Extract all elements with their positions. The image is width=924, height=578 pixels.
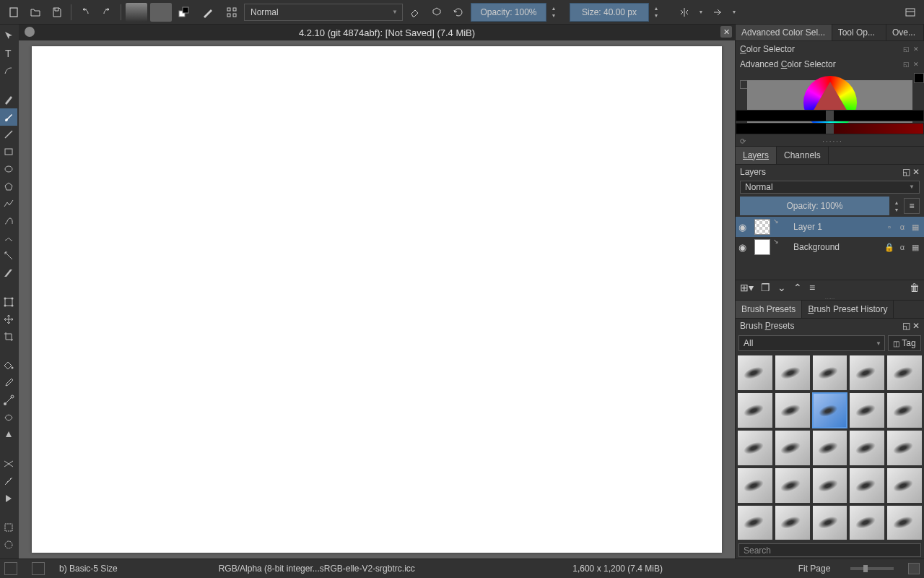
visibility-icon[interactable]: ◉ [738,242,751,253]
brush-preset-item[interactable] [886,355,923,391]
smart-fill-tool[interactable] [0,426,17,444]
polygon-tool[interactable] [0,178,17,195]
layer-row[interactable]: ◉ ↘ Background 🔒α▦ [736,237,924,257]
reference-tool[interactable] [0,490,17,507]
duplicate-layer-button[interactable]: ❐ [761,282,770,293]
polyline-tool[interactable] [0,195,17,212]
brush-preset-item[interactable] [849,392,885,428]
tab-advanced-color[interactable]: Advanced Color Sel... [736,25,832,40]
tab-tool-options[interactable]: Tool Op... [832,25,886,40]
opacity-spinner[interactable]: ▲▼ [549,3,558,22]
brush-preset-button[interactable] [196,3,219,22]
brush-search-input[interactable]: Search [738,543,921,557]
canvas[interactable] [32,46,722,553]
brush-preset-item[interactable] [737,355,773,391]
color-selector[interactable] [736,72,924,137]
tab-close-button[interactable]: ✕ [720,26,732,38]
brush-preset-item[interactable] [812,467,848,504]
brush-preset-item[interactable] [775,355,811,391]
new-doc-button[interactable] [4,3,23,22]
bezier-tool[interactable] [0,212,17,230]
brush-filter-select[interactable]: All▼ [738,335,885,351]
color-popup-button[interactable] [914,73,924,83]
brush-preset-item[interactable] [737,467,773,504]
selection-mode-icon[interactable] [4,562,17,575]
gradient-swatch[interactable] [126,3,147,22]
zoom-level[interactable]: Fit Page [793,564,836,574]
selection-sub-icon[interactable] [32,562,45,575]
layer-name[interactable]: Layer 1 [782,222,881,232]
mirror-h-menu[interactable]: ▼ [697,3,705,22]
alpha-icon[interactable]: α [897,241,908,253]
brush-preset-item[interactable] [812,392,848,428]
redo-button[interactable] [97,3,116,22]
crop-tool[interactable] [0,328,17,345]
layer-blend-select[interactable]: Normal▼ [740,181,920,194]
size-slider[interactable]: Size: 40.00 px [570,3,649,22]
tab-layers[interactable]: Layers [736,147,777,164]
fill-tool[interactable] [0,357,17,374]
canvas-map-button[interactable] [908,563,920,574]
brush-tag-button[interactable]: ◫Tag [888,335,921,351]
pattern-swatch[interactable] [150,3,172,22]
dynamic-brush-tool[interactable] [0,247,17,264]
brush-preset-item[interactable] [849,467,885,504]
brush-preset-item[interactable] [775,430,811,466]
brush-preset-item[interactable] [737,430,773,466]
size-spinner[interactable]: ▲▼ [652,3,661,22]
open-button[interactable] [26,3,45,22]
alpha-icon[interactable]: α [897,221,908,233]
opacity-slider[interactable]: Opacity: 100% [471,3,546,22]
brush-preset-item[interactable] [886,430,923,466]
brush-preset-item[interactable] [886,467,923,504]
eraser-toggle[interactable] [406,3,424,22]
brush-preset-item[interactable] [849,505,885,541]
edit-brush-button[interactable] [222,3,241,22]
select-rect-tool[interactable] [0,519,17,536]
alpha-lock-toggle[interactable] [427,3,446,22]
brush-preset-item[interactable] [737,505,773,541]
ellipse-tool[interactable] [0,160,17,178]
add-layer-button[interactable]: ⊞▾ [740,282,754,293]
freehand-tool[interactable] [0,230,17,247]
layer-name[interactable]: Background [782,242,881,252]
brush-tool[interactable] [0,108,17,126]
brush-preset-item[interactable] [775,505,811,541]
layer-props-icon[interactable]: ▫ [884,221,895,233]
move-up-button[interactable]: ⌃ [793,282,802,293]
fg-bg-swap-button[interactable] [175,3,193,22]
visibility-icon[interactable]: ◉ [738,222,751,233]
blend-mode-select[interactable]: Normal▼ [244,4,403,21]
brush-preset-item[interactable] [849,355,885,391]
tab-brush-presets[interactable]: Brush Presets [736,301,802,318]
brush-preset-item[interactable] [812,355,848,391]
save-button[interactable] [48,3,66,22]
rect-tool[interactable] [0,143,17,160]
gradient-tool[interactable] [0,392,17,409]
lock-icon[interactable]: 🔒 [884,241,895,253]
zoom-slider[interactable] [850,567,894,570]
undo-button[interactable] [76,3,95,22]
line-tool[interactable] [0,126,17,143]
move-layer-tool[interactable] [0,311,17,328]
mirror-h-button[interactable] [675,3,694,22]
reload-brush-button[interactable] [449,3,468,22]
brush-preset-item[interactable] [886,392,923,428]
layer-row[interactable]: ◉ ↘ Layer 1 ▫α▦ [736,217,924,237]
move-down-button[interactable]: ⌄ [777,282,786,293]
brush-preset-item[interactable] [812,430,848,466]
transform-tool[interactable] [0,293,17,311]
document-tab-title[interactable]: 4.2.10 (git 4874abf): [Not Saved] (7.4 M… [39,27,735,38]
layer-filter-icon[interactable]: ≡ [904,198,920,214]
mirror-v-menu[interactable]: ▼ [730,3,738,22]
text-tool[interactable]: T [0,45,17,62]
measure-tool[interactable] [0,473,17,490]
layer-opacity-spinner[interactable]: ▲▼ [892,197,901,215]
shade-strip-1[interactable] [736,110,924,121]
select-ellipse-tool[interactable] [0,536,17,553]
brush-preset-item[interactable] [849,430,885,466]
layer-properties-button[interactable]: ≡ [809,282,815,293]
shade-strip-2[interactable] [736,123,924,134]
brush-preset-item[interactable] [775,392,811,428]
edit-shapes-tool[interactable] [0,62,17,79]
